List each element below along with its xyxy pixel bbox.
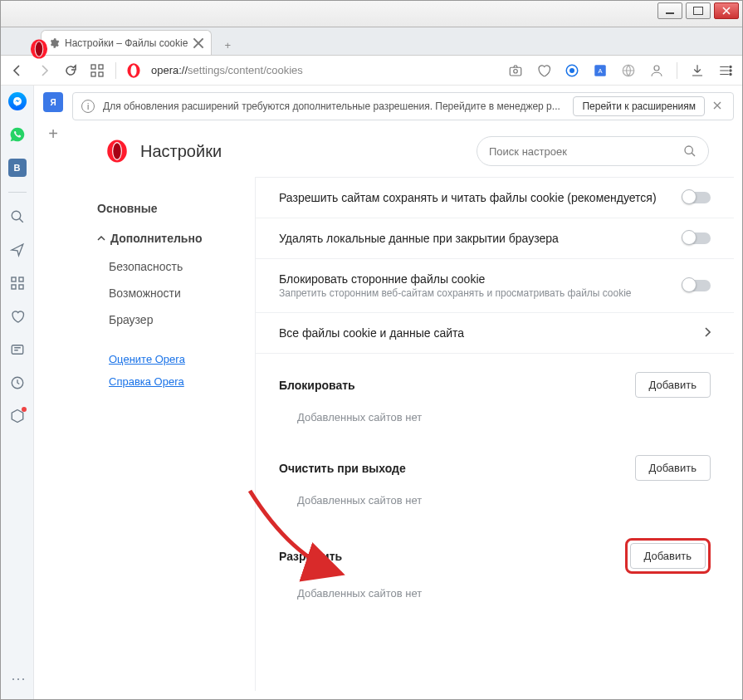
window-maximize-button[interactable]: [686, 2, 711, 19]
section-block-title: Блокировать: [279, 379, 635, 392]
workspace-badge-icon[interactable]: Я: [43, 92, 63, 112]
nav-browser[interactable]: Браузер: [97, 306, 255, 333]
option-block-third-party: Блокировать сторонние файлы cookie Запре…: [256, 259, 734, 313]
option-all-cookies-data[interactable]: Все файлы cookie и данные сайта: [256, 313, 734, 354]
extensions-rail-icon[interactable]: [8, 407, 27, 425]
toggle-clear-on-exit[interactable]: [682, 233, 711, 244]
snapshot-icon[interactable]: [507, 62, 524, 79]
heart-icon[interactable]: [535, 62, 552, 79]
toggle-block-third-party[interactable]: [682, 280, 711, 291]
bookmarks-rail-icon[interactable]: [8, 307, 27, 326]
profile-icon[interactable]: [648, 62, 665, 79]
svg-point-30: [685, 146, 692, 154]
option-block-third-title: Блокировать сторонние файлы cookie: [279, 272, 682, 286]
opera-logo-icon: [105, 140, 129, 163]
section-clear-empty: Добавленных сайтов нет: [279, 481, 711, 515]
flow-rail-icon[interactable]: [8, 241, 27, 259]
browser-tab[interactable]: Настройки – Файлы cookie: [41, 30, 212, 55]
svg-rect-24: [19, 285, 23, 289]
whatsapp-icon[interactable]: [8, 125, 27, 144]
translate-icon[interactable]: A: [592, 62, 609, 79]
tab-title: Настройки – Файлы cookie: [65, 37, 188, 49]
svg-rect-22: [19, 277, 23, 281]
svg-point-8: [130, 65, 136, 76]
nav-basic[interactable]: Основные: [97, 193, 255, 223]
svg-rect-5: [91, 72, 95, 76]
easy-setup-icon[interactable]: [717, 62, 734, 79]
tab-strip: Настройки – Файлы cookie +: [1, 27, 742, 56]
messenger-icon[interactable]: [8, 92, 27, 110]
nav-advanced[interactable]: Дополнительно: [97, 223, 255, 253]
window-titlebar: [1, 1, 742, 27]
nav-features[interactable]: Возможности: [97, 280, 255, 306]
svg-point-29: [113, 143, 121, 159]
reload-button[interactable]: [62, 62, 79, 79]
section-clear-title: Очистить при выходе: [279, 462, 635, 475]
downloads-icon[interactable]: [689, 62, 706, 79]
nav-help-opera[interactable]: Справка Opera: [97, 370, 255, 393]
opera-menu-icon[interactable]: [29, 39, 49, 59]
svg-point-17: [730, 66, 731, 67]
infobar-close-icon[interactable]: [713, 100, 725, 112]
window-close-button[interactable]: [714, 2, 739, 19]
history-rail-icon[interactable]: [8, 374, 27, 392]
tab-close-icon[interactable]: [193, 37, 204, 49]
svg-point-10: [514, 69, 518, 73]
speed-dial-icon[interactable]: [89, 62, 105, 79]
news-rail-icon[interactable]: [8, 340, 27, 359]
nav-rate-opera[interactable]: Оцените Opera: [97, 348, 255, 370]
settings-search[interactable]: [477, 136, 709, 166]
vpn-badge-icon[interactable]: [564, 62, 580, 79]
section-block-empty: Добавленных сайтов нет: [279, 398, 711, 432]
nav-forward-button[interactable]: [36, 62, 52, 79]
sidebar-more-button[interactable]: ⋯: [11, 669, 27, 688]
svg-point-2: [36, 42, 43, 56]
option-allow-cookies: Разрешить сайтам сохранять и читать файл…: [256, 178, 734, 218]
nav-back-button[interactable]: [9, 62, 26, 79]
workspace-rail: Я +: [34, 86, 72, 699]
gear-icon: [48, 37, 60, 49]
address-actions: A: [507, 62, 734, 79]
new-tab-button[interactable]: +: [217, 35, 238, 55]
svg-point-12: [569, 68, 574, 73]
site-identity-icon[interactable]: [126, 63, 141, 78]
extensions-icon[interactable]: [620, 62, 637, 79]
add-clear-button[interactable]: Добавить: [635, 455, 711, 481]
option-clear-on-exit: Удалять локальные данные при закрытии бр…: [256, 218, 734, 259]
settings-page: Настройки Основные Дополнительно Безопас…: [72, 125, 734, 691]
section-allow: Разрешить Добавить Добавленных сайтов не…: [256, 520, 734, 613]
svg-point-16: [654, 66, 659, 71]
svg-point-18: [730, 69, 731, 71]
add-workspace-button[interactable]: +: [43, 124, 63, 144]
chevron-right-icon: [704, 327, 711, 340]
svg-point-20: [12, 211, 21, 220]
section-clear-on-exit: Очистить при выходе Добавить Добавленных…: [256, 437, 734, 520]
vk-icon[interactable]: B: [8, 159, 27, 177]
go-to-extensions-button[interactable]: Перейти к расширениям: [573, 96, 705, 116]
add-block-button[interactable]: Добавить: [635, 372, 711, 398]
nav-advanced-label: Дополнительно: [110, 232, 202, 245]
chevron-up-icon: [97, 234, 105, 242]
window-minimize-button[interactable]: [657, 2, 682, 19]
svg-rect-21: [12, 277, 16, 281]
nav-security[interactable]: Безопасность: [97, 253, 255, 280]
highlighted-add-allow: Добавить: [625, 538, 711, 574]
svg-rect-3: [91, 65, 95, 69]
svg-rect-6: [99, 72, 103, 76]
settings-search-input[interactable]: [489, 145, 677, 158]
url-scheme: opera://: [151, 64, 188, 76]
url-display[interactable]: opera://settings/content/cookies: [151, 64, 497, 76]
settings-content: Разрешить сайтам сохранять и читать файл…: [255, 177, 734, 691]
info-icon: i: [81, 100, 95, 113]
page-title: Настройки: [140, 142, 465, 161]
svg-point-19: [730, 73, 731, 75]
toggle-allow-cookies[interactable]: [682, 192, 711, 203]
svg-rect-9: [510, 67, 521, 76]
option-block-third-desc: Запретить сторонним веб-сайтам сохранять…: [279, 287, 682, 299]
extension-update-infobar: i Для обновления расширений требуются до…: [72, 92, 734, 120]
settings-header: Настройки: [72, 125, 734, 177]
speeddial-rail-icon[interactable]: [8, 274, 27, 292]
search-rail-icon[interactable]: [8, 208, 27, 226]
add-allow-button[interactable]: Добавить: [630, 543, 706, 569]
infobar-text: Для обновления расширений требуются допо…: [103, 100, 565, 112]
